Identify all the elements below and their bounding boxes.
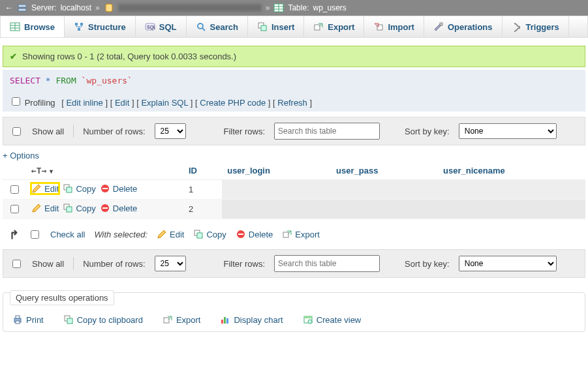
copy-icon xyxy=(63,183,73,194)
options-toggle[interactable]: + Options xyxy=(3,151,39,160)
server-label: Server: xyxy=(31,3,57,12)
row-copy-button[interactable]: Copy xyxy=(63,183,95,194)
show-all-checkbox[interactable] xyxy=(12,127,21,136)
server-link[interactable]: localhost xyxy=(61,3,91,12)
profiling-checkbox[interactable] xyxy=(12,97,20,106)
row-delete-button[interactable]: Delete xyxy=(100,203,138,213)
search-icon xyxy=(196,22,206,32)
display-chart-button[interactable]: Display chart xyxy=(220,314,283,325)
server-icon xyxy=(17,3,27,13)
tab-structure[interactable]: Structure xyxy=(65,16,136,37)
pencil-icon xyxy=(31,183,42,194)
tab-export[interactable]: Export xyxy=(304,16,364,37)
num-rows-select[interactable]: 25 xyxy=(155,256,186,271)
cell-user-login xyxy=(222,200,331,219)
delete-icon xyxy=(100,203,110,213)
main-tabs: BrowseStructureSQLSearchInsertExportImpo… xyxy=(0,16,588,38)
show-all-label: Show all xyxy=(32,259,64,269)
cell-user-login xyxy=(222,180,331,200)
up-arrow-icon: ↳ xyxy=(9,227,19,241)
show-all-checkbox[interactable] xyxy=(12,260,21,268)
sort-by-key-select[interactable]: None xyxy=(459,123,557,139)
insert-icon xyxy=(257,22,268,32)
tab-operations[interactable]: Operations xyxy=(424,16,503,37)
check-all-link[interactable]: Check all xyxy=(50,230,85,239)
tab-insert[interactable]: Insert xyxy=(248,16,304,37)
filter-rows-label: Filter rows: xyxy=(224,259,266,269)
sql-icon xyxy=(145,22,155,32)
export-icon xyxy=(162,314,173,325)
pencil-icon xyxy=(31,203,42,213)
copy-icon xyxy=(63,203,73,213)
bulk-edit-button[interactable]: Edit xyxy=(157,229,184,239)
col-user-nicename[interactable]: user_nicename xyxy=(438,162,585,180)
row-checkbox[interactable] xyxy=(10,205,19,213)
delete-icon xyxy=(100,183,110,194)
breadcrumb: ← Server: localhost » » Table: wp_users xyxy=(0,0,588,16)
cell-user-pass xyxy=(331,200,438,219)
num-rows-select[interactable]: 25 xyxy=(155,123,186,139)
table-link[interactable]: wp_users xyxy=(313,3,346,12)
cell-id: 2 xyxy=(183,200,222,219)
table-row: EditCopyDelete1 xyxy=(3,180,585,200)
row-edit-button[interactable]: Edit xyxy=(31,203,59,213)
row-copy-button[interactable]: Copy xyxy=(63,203,95,213)
triggers-icon xyxy=(512,22,522,32)
success-message: ✔ Showing rows 0 - 1 (2 total, Query too… xyxy=(3,46,585,67)
import-icon xyxy=(373,22,384,32)
num-rows-label: Number of rows: xyxy=(83,259,145,269)
row-checkbox[interactable] xyxy=(10,185,19,194)
export-icon xyxy=(313,22,324,32)
cell-id: 1 xyxy=(183,180,222,200)
sort-by-key-label: Sort by key: xyxy=(405,127,450,136)
edit-inline-link[interactable]: Edit inline xyxy=(61,98,108,108)
tab-import[interactable]: Import xyxy=(364,16,424,37)
structure-icon xyxy=(74,22,84,32)
tab-triggers[interactable]: Triggers xyxy=(503,16,569,37)
database-name-obscured xyxy=(118,4,262,12)
database-icon xyxy=(104,3,114,13)
browse-icon xyxy=(10,22,20,32)
sql-keyword: FROM xyxy=(55,76,76,85)
copy-clipboard-button[interactable]: Copy to clipboard xyxy=(63,314,143,325)
print-icon xyxy=(12,314,23,325)
filter-rows-input[interactable] xyxy=(274,255,380,272)
sql-star: * xyxy=(46,76,51,85)
sql-query-box: SELECT * FROM `wp_users` xyxy=(3,70,585,91)
table-icon xyxy=(273,3,284,13)
back-arrow[interactable]: ← xyxy=(5,3,13,12)
edit-link[interactable]: Edit xyxy=(110,98,134,108)
check-all-checkbox[interactable] xyxy=(31,230,39,239)
col-actions: ←T→ xyxy=(26,162,183,180)
refresh-link[interactable]: Refresh xyxy=(273,98,312,108)
row-delete-button[interactable]: Delete xyxy=(100,183,138,194)
sql-actions-bar: Profiling Edit inline Edit Explain SQL C… xyxy=(3,91,585,112)
col-user-login[interactable]: user_login xyxy=(222,162,331,180)
explain-sql-link[interactable]: Explain SQL xyxy=(136,98,193,108)
results-controls-top: Show all Number of rows: 25 Filter rows:… xyxy=(3,117,585,145)
row-edit-button[interactable]: Edit xyxy=(31,183,59,194)
export-button[interactable]: Export xyxy=(162,314,201,325)
col-id[interactable]: ID xyxy=(183,162,222,180)
filter-rows-input[interactable] xyxy=(274,123,380,140)
tab-sql[interactable]: SQL xyxy=(136,16,187,37)
print-button[interactable]: Print xyxy=(12,314,44,325)
cell-user-nicename xyxy=(438,200,585,219)
sort-by-key-label: Sort by key: xyxy=(405,259,450,269)
sort-by-key-select[interactable]: None xyxy=(459,256,557,271)
breadcrumb-sep: » xyxy=(266,3,270,12)
table-label: Table: xyxy=(288,3,309,12)
bulk-export-button[interactable]: Export xyxy=(282,229,320,239)
num-rows-label: Number of rows: xyxy=(83,127,145,136)
sql-keyword: SELECT xyxy=(10,76,40,85)
bulk-delete-button[interactable]: Delete xyxy=(236,229,273,239)
operations-icon xyxy=(433,22,444,32)
table-row: EditCopyDelete2 xyxy=(3,200,585,219)
tab-browse[interactable]: Browse xyxy=(1,16,65,37)
bulk-copy-button[interactable]: Copy xyxy=(193,229,226,239)
col-user-pass[interactable]: user_pass xyxy=(331,162,438,180)
create-php-link[interactable]: Create PHP code xyxy=(195,98,270,108)
cell-user-pass xyxy=(331,180,438,200)
tab-search[interactable]: Search xyxy=(187,16,248,37)
create-view-button[interactable]: Create view xyxy=(303,314,362,325)
